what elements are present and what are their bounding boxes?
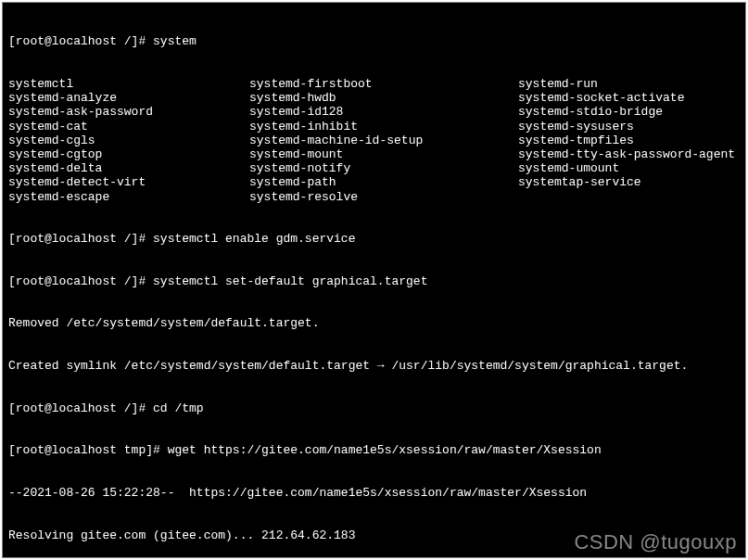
completion-item: systemd-path [249, 175, 518, 189]
completion-item: systemd-sysusers [518, 120, 740, 134]
output-line: --2021-08-26 15:22:28-- https://gitee.co… [8, 486, 740, 500]
completion-item: systemd-mount [249, 147, 518, 161]
tab-completions: systemctlsystemd-firstbootsystemd-runsys… [8, 77, 740, 204]
completion-item: systemd-inhibit [249, 120, 518, 134]
completion-item: systemd-delta [8, 161, 249, 175]
completion-item: systemd-firstboot [249, 77, 518, 91]
completion-item: systemd-cgls [8, 134, 249, 147]
cmd-line: [root@localhost tmp]# wget https://gitee… [8, 443, 740, 457]
cmd-line: [root@localhost /]# cd /tmp [8, 401, 740, 415]
completion-item: systemd-stdio-bridge [518, 105, 740, 119]
completion-item: systemd-notify [249, 161, 518, 175]
completion-item: systemd-tmpfiles [518, 134, 740, 147]
completion-item: systemd-resolve [249, 190, 518, 204]
completion-item: systemd-umount [518, 161, 740, 175]
completion-item: systemd-socket-activate [518, 91, 740, 105]
completion-item: systemd-cat [8, 120, 249, 134]
completion-item: systemd-analyze [8, 91, 249, 105]
completion-item: systemd-detect-virt [8, 175, 249, 189]
completion-item: systemd-tty-ask-password-agent [518, 147, 740, 161]
completion-item: systemd-id128 [249, 105, 518, 119]
completion-item: systemctl [8, 77, 249, 91]
completion-item: systemd-run [518, 77, 740, 91]
completion-item: systemd-hwdb [249, 91, 518, 105]
cmd-line: [root@localhost /]# systemctl enable gdm… [8, 232, 740, 246]
prompt-line: [root@localhost /]# system [8, 34, 740, 48]
terminal-window[interactable]: [root@localhost /]# system systemctlsyst… [2, 2, 746, 558]
completion-item [518, 190, 740, 204]
completion-item: systemd-machine-id-setup [249, 134, 518, 147]
cmd-line: [root@localhost /]# systemctl set-defaul… [8, 274, 740, 288]
completion-item: systemd-ask-password [8, 105, 249, 119]
output-line: Removed /etc/systemd/system/default.targ… [8, 316, 740, 330]
completion-item: systemd-escape [8, 190, 249, 204]
output-line: Created symlink /etc/systemd/system/defa… [8, 359, 740, 373]
output-line: Resolving gitee.com (gitee.com)... 212.6… [8, 528, 740, 542]
completion-item: systemtap-service [518, 175, 740, 189]
completion-item: systemd-cgtop [8, 147, 249, 161]
